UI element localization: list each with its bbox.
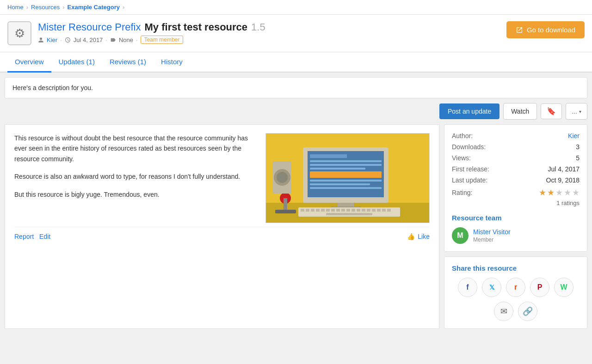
computer-illustration	[266, 133, 430, 223]
last-update-value: Oct 9, 2018	[546, 176, 580, 184]
edit-link[interactable]: Edit	[39, 233, 50, 240]
more-button[interactable]: ... ▾	[566, 103, 587, 120]
member-initial: M	[457, 231, 463, 240]
first-release-label: First release:	[452, 165, 489, 173]
downloads-row: Downloads: 3	[452, 143, 580, 151]
watermark: XNF.NET XENFORO PREMIUM COMMUNITY	[536, 278, 587, 328]
resource-prefix: Mister Resource Prefix	[38, 21, 141, 33]
breadcrumb: Home › Resources › Example Category ›	[0, 0, 592, 15]
share-link[interactable]: 🔗	[518, 302, 537, 321]
resource-image	[265, 133, 430, 223]
svg-rect-9	[310, 180, 382, 182]
breadcrumb-sep3: ›	[123, 4, 124, 11]
watermark-text: XNF.NET XENFORO PREMIUM COMMUNITY	[548, 294, 586, 328]
content-body: This resource is without doubt the best …	[14, 133, 430, 223]
external-link-icon	[516, 26, 523, 34]
watermark-line1: XNF.NET	[548, 294, 583, 328]
team-title: Resource team	[452, 214, 580, 222]
clock-icon	[65, 37, 71, 43]
action-bar: Post an update Watch 🔖 ... ▾	[0, 98, 592, 124]
share-reddit[interactable]: r	[506, 278, 525, 297]
body-text-2: Resource is also an awkward word to type…	[14, 171, 256, 182]
like-button[interactable]: 👍 Like	[407, 233, 430, 240]
resource-header: ⚙ Mister Resource Prefix My first test r…	[0, 15, 592, 52]
tab-updates[interactable]: Updates (1)	[51, 52, 102, 73]
views-value: 5	[576, 154, 580, 162]
star-4: ★	[564, 188, 571, 198]
svg-point-39	[277, 172, 288, 183]
svg-rect-11	[310, 187, 382, 189]
resource-body: This resource is without doubt the best …	[5, 124, 439, 329]
author-link[interactable]: Kier	[47, 36, 57, 43]
svg-rect-19	[321, 209, 325, 212]
svg-rect-21	[331, 209, 335, 212]
rating-label: Rating:	[452, 189, 472, 196]
breadcrumb-home[interactable]: Home	[7, 4, 24, 11]
svg-rect-10	[310, 183, 370, 185]
chevron-down-icon: ▾	[579, 109, 581, 114]
share-title: Share this resource	[452, 264, 580, 272]
star-1: ★	[539, 188, 546, 198]
breadcrumb-sep2: ›	[62, 4, 64, 11]
svg-rect-28	[367, 209, 370, 212]
resource-version: 1.5	[251, 21, 265, 33]
post-update-button[interactable]: Post an update	[439, 103, 500, 119]
author-value[interactable]: Kier	[568, 132, 580, 140]
svg-rect-31	[382, 209, 386, 212]
share-facebook[interactable]: f	[458, 278, 477, 297]
meta-dot2: ·	[105, 36, 107, 43]
team-member: M Mister Visitor Member	[452, 227, 580, 244]
content-wrapper: This resource is without doubt the best …	[5, 124, 587, 329]
svg-rect-6	[310, 164, 382, 166]
svg-rect-30	[377, 209, 381, 212]
tab-history[interactable]: History	[154, 52, 190, 73]
views-row: Views: 5	[452, 154, 580, 162]
member-name[interactable]: Mister Visitor	[473, 228, 511, 236]
bookmark-button[interactable]: 🔖	[541, 103, 562, 119]
member-role: Member	[473, 237, 493, 243]
download-label: Go to download	[527, 26, 575, 34]
rating-row: Rating: ★ ★ ★ ★ ★	[452, 188, 580, 198]
meta-dot3: ·	[136, 36, 138, 43]
ratings-count-text: 1 ratings	[556, 200, 580, 206]
svg-rect-32	[387, 209, 391, 212]
stars: ★ ★ ★ ★ ★	[539, 188, 580, 198]
svg-rect-23	[341, 209, 345, 212]
first-release-row: First release: Jul 4, 2017	[452, 165, 580, 173]
breadcrumb-sep1: ›	[26, 4, 28, 11]
description-text: Here's a description for you.	[12, 84, 93, 91]
thumbsup-icon: 👍	[407, 233, 415, 240]
post-update-label: Post an update	[448, 108, 491, 115]
svg-rect-36	[275, 210, 296, 213]
last-update-row: Last update: Oct 9, 2018	[452, 176, 580, 184]
author-row: Author: Kier	[452, 132, 580, 140]
like-label: Like	[418, 233, 430, 240]
watch-button[interactable]: Watch	[503, 103, 537, 120]
svg-rect-16	[306, 209, 309, 212]
resource-title-block: Mister Resource Prefix My first test res…	[38, 21, 265, 44]
svg-rect-7	[310, 168, 365, 170]
tab-overview[interactable]: Overview	[7, 52, 51, 73]
share-section: Share this resource f 𝕏 r P W ✉ 🔗 XNF.NE…	[444, 256, 587, 329]
author-label: Author:	[452, 132, 473, 140]
ratings-count: 1 ratings	[452, 200, 580, 206]
svg-rect-20	[326, 209, 330, 212]
star-5: ★	[572, 188, 580, 198]
svg-rect-17	[311, 209, 314, 212]
text-col: This resource is without doubt the best …	[14, 133, 256, 207]
svg-rect-26	[357, 209, 360, 212]
share-twitter[interactable]: 𝕏	[482, 278, 501, 297]
member-avatar: M	[452, 227, 469, 244]
star-3: ★	[555, 188, 563, 198]
svg-rect-27	[362, 209, 365, 212]
svg-rect-33	[326, 213, 372, 215]
report-link[interactable]: Report	[14, 233, 34, 240]
download-button[interactable]: Go to download document.currentScript.pr…	[506, 21, 585, 38]
resource-footer: Report Edit 👍 Like	[14, 227, 430, 240]
member-info: Mister Visitor Member	[473, 228, 511, 243]
star-2: ★	[547, 188, 555, 198]
breadcrumb-resources[interactable]: Resources	[31, 4, 60, 11]
share-email[interactable]: ✉	[494, 302, 513, 321]
svg-rect-24	[346, 209, 350, 212]
tab-reviews[interactable]: Reviews (1)	[102, 52, 154, 73]
